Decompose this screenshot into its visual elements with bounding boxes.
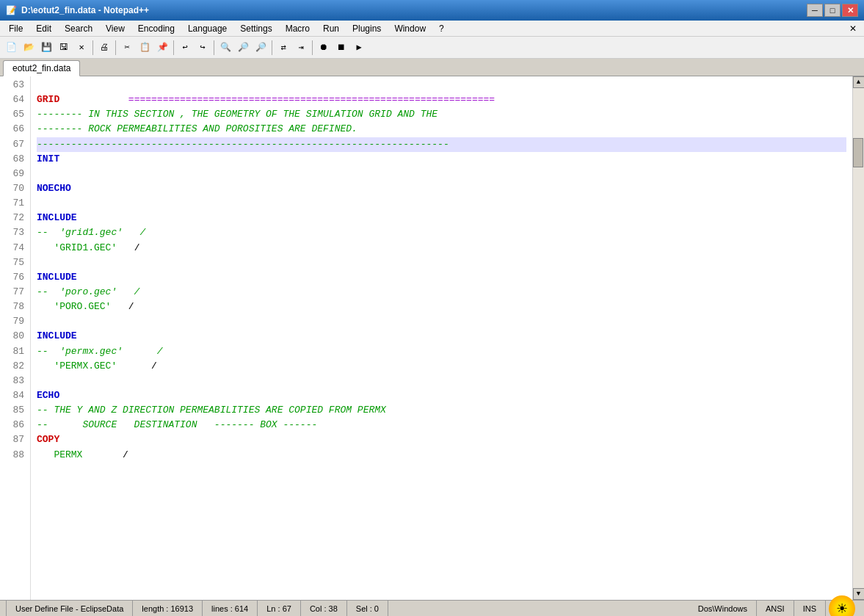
tb-close[interactable]: ✕ [73, 40, 90, 56]
menu-view[interactable]: View [100, 22, 131, 35]
tb-sep2 [115, 40, 116, 55]
sun-icon: ☀ [829, 595, 855, 617]
tb-sep6 [312, 40, 313, 55]
line-number: 85 [6, 403, 24, 418]
code-line: -------- IN THIS SECTION , THE GEOMETRY … [37, 107, 846, 122]
menu-settings[interactable]: Settings [234, 22, 277, 35]
tb-cut[interactable]: ✂ [119, 40, 135, 56]
menu-search[interactable]: Search [59, 22, 98, 35]
code-line: INCLUDE [37, 270, 846, 285]
line-number: 74 [6, 241, 24, 256]
title-bar: 📝 D:\eotut2_fin.data - Notepad++ ─ □ ✕ [0, 0, 864, 21]
line-number: 68 [6, 152, 24, 167]
status-bar: User Define File - EclipseData length : … [0, 600, 864, 616]
scroll-thumb[interactable] [853, 138, 863, 167]
tb-sep5 [272, 40, 272, 55]
status-lines: lines : 614 [203, 601, 258, 616]
tab-bar: eotut2_fin.data [0, 59, 864, 76]
line-number: 73 [6, 225, 24, 240]
menu-close-x[interactable]: ✕ [845, 22, 861, 35]
line-number: 82 [6, 359, 24, 374]
code-line: 'PERMX.GEC' / [37, 359, 846, 374]
menu-plugins[interactable]: Plugins [346, 22, 387, 35]
vertical-scrollbar[interactable]: ▲ ▼ [852, 76, 864, 600]
code-line: COPY [37, 432, 846, 447]
tab-eotut2[interactable]: eotut2_fin.data [3, 60, 80, 76]
app-icon: 📝 [6, 5, 17, 15]
tb-undo[interactable]: ↩ [177, 40, 193, 56]
maximize-button[interactable]: □ [824, 4, 841, 17]
line-number: 66 [6, 122, 24, 137]
tb-zoom-in[interactable]: 🔎 [235, 40, 251, 56]
menu-window[interactable]: Window [388, 22, 432, 35]
scroll-track[interactable] [853, 88, 864, 588]
status-ln: Ln : 67 [258, 601, 301, 616]
line-number: 88 [6, 448, 24, 463]
menu-edit[interactable]: Edit [30, 22, 57, 35]
tb-find[interactable]: 🔍 [217, 40, 233, 56]
line-number: 63 [6, 78, 24, 93]
tb-print[interactable]: 🖨 [96, 40, 112, 56]
tb-sep3 [173, 40, 174, 55]
title-bar-controls: ─ □ ✕ [807, 4, 858, 17]
tb-save[interactable]: 💾 [38, 40, 54, 56]
code-line: -- THE Y AND Z DIRECTION PERMEABILITIES … [37, 403, 846, 418]
line-number: 71 [6, 196, 24, 211]
code-line: 'GRID1.GEC' / [37, 241, 846, 256]
status-icon: ☀ [826, 595, 858, 617]
code-line: INCLUDE [37, 329, 846, 344]
menu-encoding[interactable]: Encoding [132, 22, 181, 35]
line-number: 76 [6, 270, 24, 285]
line-number: 84 [6, 388, 24, 403]
close-button[interactable]: ✕ [842, 4, 858, 17]
code-line: INCLUDE [37, 211, 846, 225]
tb-zoom-out[interactable]: 🔎 [253, 40, 269, 56]
line-number: 65 [6, 107, 24, 122]
status-ins: INS [794, 601, 826, 616]
line-number: 72 [6, 211, 24, 225]
status-col: Col : 38 [301, 601, 347, 616]
menu-language[interactable]: Language [182, 22, 233, 35]
tb-saveall[interactable]: 🖫 [56, 40, 72, 56]
line-number: 64 [6, 93, 24, 107]
tb-copy[interactable]: 📋 [137, 40, 153, 56]
tb-wordwrap[interactable]: ⇄ [275, 40, 291, 56]
status-eol: Dos\Windows [689, 601, 757, 616]
line-number: 80 [6, 329, 24, 344]
code-line: ----------------------------------------… [37, 137, 846, 152]
menu-macro[interactable]: Macro [280, 22, 316, 35]
tb-sep4 [214, 40, 214, 55]
tb-paste[interactable]: 📌 [154, 40, 170, 56]
line-number: 77 [6, 285, 24, 300]
menu-bar: File Edit Search View Encoding Language … [0, 21, 864, 37]
tb-open[interactable]: 📂 [21, 40, 37, 56]
tb-new[interactable]: 📄 [3, 40, 19, 56]
code-line: GRID ===================================… [37, 93, 846, 107]
tb-play[interactable]: ▶ [351, 40, 367, 56]
scroll-up-button[interactable]: ▲ [853, 76, 865, 88]
code-line: -- 'poro.gec' / [37, 285, 846, 300]
code-line: INIT [37, 152, 846, 167]
menu-file[interactable]: File [3, 22, 29, 35]
title-bar-left: 📝 D:\eotut2_fin.data - Notepad++ [6, 5, 149, 15]
tb-indent[interactable]: ⇥ [293, 40, 309, 56]
code-line: NOECHO [37, 181, 846, 196]
tb-redo[interactable]: ↪ [195, 40, 211, 56]
tb-record[interactable]: ⏺ [316, 40, 332, 56]
line-number: 81 [6, 344, 24, 359]
code-line [37, 196, 846, 211]
code-editor[interactable]: GRID ===================================… [31, 76, 852, 600]
line-number: 67 [6, 137, 24, 152]
tb-sep1 [92, 40, 93, 55]
menu-run[interactable]: Run [317, 22, 345, 35]
line-number: 83 [6, 374, 24, 388]
toolbar: 📄 📂 💾 🖫 ✕ 🖨 ✂ 📋 📌 ↩ ↪ 🔍 🔎 🔎 ⇄ ⇥ ⏺ ⏹ ▶ [0, 37, 864, 59]
status-sel: Sel : 0 [347, 601, 388, 616]
code-line: -------- ROCK PERMEABILITIES AND POROSIT… [37, 122, 846, 137]
tb-stop[interactable]: ⏹ [333, 40, 349, 56]
menu-help[interactable]: ? [433, 22, 450, 35]
minimize-button[interactable]: ─ [807, 4, 823, 17]
code-line: 'PORO.GEC' / [37, 300, 846, 314]
code-line [37, 167, 846, 181]
code-line: -- 'permx.gec' / [37, 344, 846, 359]
